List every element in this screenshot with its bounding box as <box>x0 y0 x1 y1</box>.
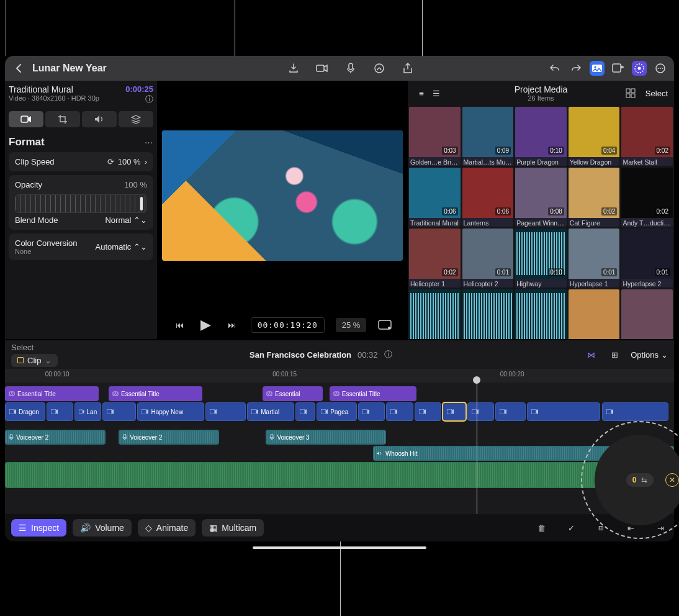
browser-thumb[interactable]: 0:09Martial…ts Mural <box>462 107 514 166</box>
timeline-tool-select[interactable]: Clip ⌄ <box>11 354 58 367</box>
browser-thumb[interactable]: 0:04Yellow Dragon <box>569 107 620 166</box>
timeline-clip[interactable] <box>205 402 246 421</box>
redo-button[interactable] <box>569 61 583 76</box>
timeline-clip[interactable] <box>47 402 73 421</box>
toggle-browser-button[interactable] <box>590 61 605 76</box>
browser-thumb[interactable]: 0:02Cat Figure <box>569 168 620 227</box>
svg-point-9 <box>658 68 659 69</box>
timeline-options-button[interactable]: Options ⌄ <box>631 350 668 360</box>
browser-thumb[interactable]: 0:06Lanterns <box>462 168 514 227</box>
inspector-tab-crop[interactable] <box>45 111 80 127</box>
timeline-select-label[interactable]: Select <box>11 343 58 352</box>
browser-thumb[interactable]: 0:02Helicopter 1 <box>409 229 461 288</box>
camera-icon[interactable] <box>315 61 330 76</box>
timeline-clip[interactable] <box>443 402 466 421</box>
browser-thumb[interactable]: 0:01Hyperlapse 2 <box>621 229 673 288</box>
timeline-clip[interactable]: AEssential Title <box>330 386 416 401</box>
viewer-canvas[interactable] <box>162 130 403 261</box>
timeline-clip[interactable] <box>602 402 669 421</box>
timeline-clip[interactable]: AEssential Title <box>109 386 202 401</box>
browser-thumb[interactable] <box>569 289 620 339</box>
animate-button[interactable]: ◇ Animate <box>138 519 196 537</box>
browser-thumb[interactable]: 0:03Golden…e Bridge <box>409 107 461 166</box>
view-options-button[interactable] <box>377 317 392 332</box>
timeline-clip[interactable]: Martial <box>247 402 294 421</box>
timeline-clip[interactable]: Dragon <box>5 402 45 421</box>
timecode-display[interactable]: 00:00:19:20 <box>251 317 325 333</box>
thumb-caption: Lanterns <box>462 218 514 227</box>
browser-thumb[interactable]: 0:06Traditional Mural <box>409 168 461 227</box>
inspector-tab-audio[interactable] <box>82 111 117 127</box>
inspector-tabs <box>9 111 153 127</box>
timeline-clip[interactable]: Voiceover 2 <box>5 430 106 445</box>
inspect-button[interactable]: ☰ Inspect <box>11 519 66 537</box>
timeline-clip[interactable] <box>415 402 441 421</box>
opacity-slider[interactable] <box>15 194 147 213</box>
timeline-clip[interactable] <box>495 402 526 421</box>
viewer-zoom[interactable]: 25 % <box>336 318 367 332</box>
jog-mode-icon[interactable]: ⇆ <box>641 476 647 484</box>
inspector-tab-layers[interactable] <box>119 111 153 127</box>
timeline-clip[interactable]: AEssential Title <box>5 386 99 401</box>
next-edit-button[interactable]: ⏭ <box>225 317 240 332</box>
clip-speed-row[interactable]: Clip Speed ⟳ 100 % › <box>9 152 153 171</box>
timeline-clip[interactable]: Voiceover 2 <box>119 430 219 445</box>
timeline-tracks[interactable]: AEssential TitleAEssential TitleAEssenti… <box>5 383 674 514</box>
browser-thumb[interactable]: 0:08Pageant Winners <box>515 168 567 227</box>
browser-select-button[interactable]: Select <box>645 89 668 98</box>
share-icon[interactable] <box>400 61 415 76</box>
browser-thumb[interactable]: 0:02Market Stall <box>621 107 673 166</box>
opacity-value: 100 % <box>124 180 147 189</box>
browser-thumb[interactable]: 0:01Helicopter 2 <box>462 229 514 288</box>
timeline-ruler[interactable]: 00:00:10 00:00:15 00:00:20 <box>5 369 674 383</box>
timeline-clip[interactable]: Happy New <box>137 402 204 421</box>
blend-mode-select[interactable]: Normal ⌃⌄ <box>105 215 147 225</box>
toggle-content-browser-button[interactable] <box>611 61 626 76</box>
magnetic-toggle-icon[interactable]: ⋈ <box>583 347 598 362</box>
browser-thumb[interactable] <box>621 289 673 339</box>
delete-button[interactable]: 🗑 <box>534 520 549 535</box>
timeline-clip[interactable] <box>358 402 385 421</box>
info-icon[interactable]: ⓘ <box>145 94 153 104</box>
browser-thumb[interactable]: 0:10Highway <box>515 229 567 288</box>
voiceover-mic-icon[interactable] <box>343 61 358 76</box>
live-drawing-icon[interactable] <box>372 61 387 76</box>
enable-disable-button[interactable]: ✓ <box>564 520 578 535</box>
multicam-button[interactable]: ▦ Multicam <box>202 519 264 537</box>
browser-sidebar-icon[interactable]: ≡ <box>414 86 429 101</box>
prev-edit-button[interactable]: ⏮ <box>173 317 187 332</box>
timeline-music-clip[interactable] <box>5 462 674 488</box>
browser-filter-icon[interactable]: ☰ <box>429 86 444 101</box>
browser-thumb[interactable] <box>515 289 567 339</box>
browser-thumb[interactable]: 0:02Andy T…ductions <box>621 168 673 227</box>
color-conversion-block[interactable]: Color Conversion None Automatic ⌃⌄ <box>9 233 153 260</box>
jog-close-button[interactable]: ✕ <box>665 473 679 487</box>
timeline-clip[interactable]: Voiceover 3 <box>266 430 386 445</box>
back-button[interactable] <box>11 61 26 76</box>
browser-thumb[interactable] <box>409 289 461 339</box>
timeline-project-duration: 00:32 <box>357 350 378 360</box>
browser-thumb[interactable]: 0:01Hyperlapse 1 <box>569 229 620 288</box>
timeline-clip[interactable] <box>102 402 136 421</box>
timeline-clip[interactable]: AEssential <box>263 386 323 401</box>
timeline-clip[interactable] <box>527 402 601 421</box>
timeline-clip[interactable] <box>295 402 315 421</box>
more-menu-button[interactable] <box>653 61 668 76</box>
snapping-toggle-icon[interactable]: ⊞ <box>607 347 622 362</box>
timeline-clip[interactable] <box>467 402 494 421</box>
undo-button[interactable] <box>547 61 562 76</box>
browser-thumb[interactable]: 0:10Purple Dragon <box>515 107 567 166</box>
format-more-icon[interactable]: ⋯ <box>145 138 153 147</box>
timeline-playhead[interactable] <box>477 383 477 514</box>
volume-button[interactable]: 🔊 Volume <box>73 519 132 537</box>
timeline-clip[interactable] <box>386 402 413 421</box>
timeline-info-icon[interactable]: ⓘ <box>384 349 392 360</box>
browser-layout-icon[interactable] <box>623 86 638 101</box>
toggle-jogwheel-button[interactable] <box>632 61 647 76</box>
import-icon[interactable] <box>286 61 301 76</box>
inspector-tab-video[interactable] <box>9 111 43 127</box>
browser-thumb[interactable] <box>462 289 514 339</box>
play-button[interactable]: ▶ <box>199 317 214 332</box>
timeline-clip[interactable]: Pagea <box>317 402 357 421</box>
timeline-clip[interactable]: Lan <box>74 402 101 421</box>
